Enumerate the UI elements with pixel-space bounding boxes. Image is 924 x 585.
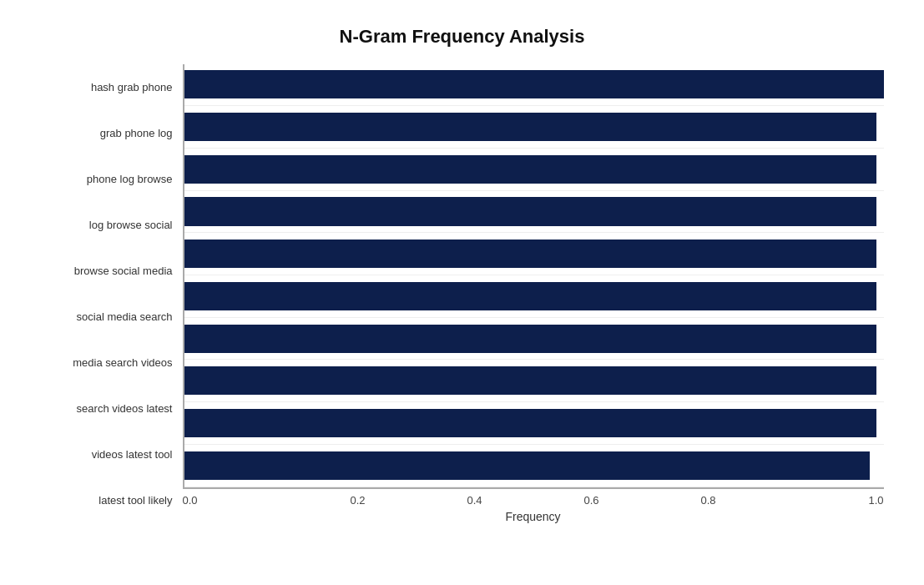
bar-track	[184, 155, 884, 184]
bar-fill	[184, 197, 877, 225]
bar-fill	[184, 70, 884, 98]
x-tick: 0.8	[650, 494, 767, 507]
bar-row	[184, 233, 884, 275]
chart-title: N-Gram Frequency Analysis	[41, 26, 884, 48]
bar-row	[184, 445, 884, 487]
bar-fill	[184, 282, 877, 310]
y-label: media search videos	[41, 340, 183, 386]
bar-row	[184, 360, 884, 402]
y-label: log browse social	[41, 202, 183, 248]
x-tick: 0.4	[417, 494, 533, 507]
bar-fill	[184, 113, 877, 141]
y-label: videos latest tool	[41, 431, 183, 477]
y-label: latest tool likely	[41, 477, 183, 523]
x-tick: 0.6	[533, 494, 650, 507]
x-tick: 1.0	[767, 494, 884, 507]
x-tick: 0.2	[300, 494, 417, 507]
bar-track	[184, 240, 884, 268]
x-tick: 0.0	[183, 494, 300, 507]
chart-container: N-Gram Frequency Analysis hash grab phon…	[24, 9, 901, 577]
bar-row	[184, 318, 884, 361]
x-axis-label: Frequency	[183, 510, 884, 523]
bar-row	[184, 64, 884, 107]
bar-row	[184, 191, 884, 234]
bar-fill	[184, 366, 877, 395]
bar-track	[184, 197, 884, 225]
bar-track	[184, 113, 884, 141]
bar-row	[184, 106, 884, 149]
bar-row	[184, 402, 884, 445]
bar-row	[184, 149, 884, 191]
bar-fill	[184, 240, 877, 268]
chart-layout: hash grab phonegrab phone logphone log b…	[41, 64, 884, 523]
bar-row	[184, 275, 884, 318]
y-label: phone log browse	[41, 156, 183, 202]
bar-track	[184, 366, 884, 395]
bar-track	[184, 282, 884, 310]
bar-fill	[184, 451, 870, 480]
x-ticks: 0.00.20.40.60.81.0	[183, 494, 884, 507]
y-label: social media search	[41, 294, 183, 340]
plot-area	[183, 64, 884, 489]
bar-fill	[184, 155, 877, 184]
bar-track	[184, 70, 884, 98]
y-labels: hash grab phonegrab phone logphone log b…	[41, 64, 183, 523]
bar-track	[184, 325, 884, 353]
bar-track	[184, 451, 884, 480]
bar-track	[184, 409, 884, 437]
bar-fill	[184, 325, 877, 353]
y-label: hash grab phone	[41, 64, 183, 110]
y-label: grab phone log	[41, 110, 183, 156]
y-label: browse social media	[41, 248, 183, 294]
bar-fill	[184, 409, 877, 437]
y-label: search videos latest	[41, 386, 183, 431]
